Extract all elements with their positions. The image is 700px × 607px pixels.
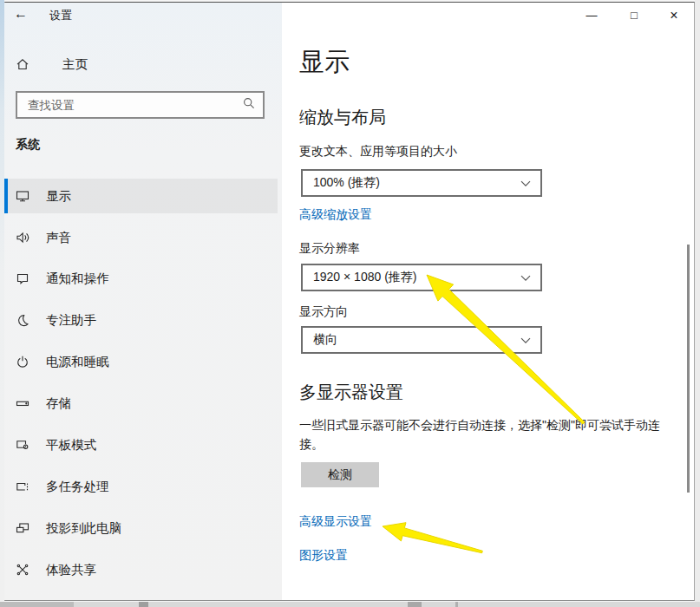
back-button[interactable]: ← [14,5,28,23]
chevron-down-icon [520,271,531,284]
scale-layout-heading: 缩放与布局 [299,106,386,129]
shared-experiences-icon [16,563,29,577]
sidebar-item-multitasking[interactable]: 多任务处理 [4,469,278,504]
sidebar-item-label: 体验共享 [46,562,96,578]
vertical-scrollbar[interactable] [687,245,690,493]
focus-assist-icon [16,313,29,327]
chevron-down-icon [520,333,531,347]
power-sleep-icon [16,355,29,369]
desktop-edge-right [695,0,700,602]
sidebar-item-shared-experiences[interactable]: 体验共享 [4,552,278,587]
advanced-scaling-link[interactable]: 高级缩放设置 [299,207,372,223]
sidebar-item-tablet-mode[interactable]: 平板模式 [4,428,278,462]
tablet-mode-icon [16,438,29,452]
resolution-dropdown-value: 1920 × 1080 (推荐) [313,270,416,285]
scale-dropdown[interactable]: 100% (推荐) [301,169,542,197]
sidebar-item-label: 平板模式 [46,437,96,454]
desktop-edge-bottom [0,602,700,607]
search-icon[interactable] [242,96,256,114]
sidebar-item-label: 显示 [46,188,71,205]
sidebar-item-label: 专注助手 [46,312,96,329]
minimize-button[interactable]: — [577,5,606,26]
close-button[interactable]: × [659,5,689,26]
sidebar-item-label: 通知和操作 [46,271,109,287]
selected-indicator [4,179,8,213]
advanced-display-link[interactable]: 高级显示设置 [299,514,372,530]
maximize-button[interactable]: □ [619,5,649,26]
sidebar-item-sound[interactable]: 声音 [4,220,278,255]
sidebar-item-label: 投影到此电脑 [46,520,121,537]
sidebar-item-storage[interactable]: 存储 [4,386,278,421]
sidebar-item-home[interactable]: 主页 [4,50,278,78]
multi-display-description: 一些旧式显示器可能不会进行自动连接，选择"检测"即可尝试手动连接。 [299,415,674,454]
sound-icon [16,231,29,245]
desktop-edge-segment [408,602,422,607]
sidebar-item-label: 电源和睡眠 [46,354,109,370]
detect-button[interactable]: 检测 [301,462,379,487]
notifications-icon [16,271,29,285]
graphics-settings-link[interactable]: 图形设置 [299,548,348,564]
sidebar-item-notifications[interactable]: 通知和操作 [4,261,278,296]
page-title: 显示 [299,45,350,80]
resolution-dropdown[interactable]: 1920 × 1080 (推荐) [301,264,542,291]
home-icon [16,57,29,71]
multitasking-icon [16,480,29,493]
orientation-dropdown[interactable]: 横向 [301,326,542,354]
scale-dropdown-value: 100% (推荐) [313,175,380,191]
search-input[interactable] [26,98,242,113]
resolution-label: 显示分辨率 [299,241,360,257]
storage-icon [16,396,29,410]
orientation-dropdown-value: 横向 [313,332,337,348]
desktop-edge-segment [139,602,148,607]
window-title: 设置 [49,8,72,23]
sidebar-item-label: 存储 [46,395,71,412]
orientation-label: 显示方向 [299,304,348,320]
sidebar-item-projecting[interactable]: 投影到此电脑 [4,511,278,545]
projecting-icon [16,521,29,535]
desktop-edge-segment [0,602,74,607]
multi-display-heading: 多显示器设置 [299,381,403,404]
sidebar-item-label: 多任务处理 [46,479,109,495]
search-box [16,91,265,119]
sidebar-item-power-sleep[interactable]: 电源和睡眠 [4,344,278,379]
sidebar-item-label: 声音 [46,230,71,246]
sidebar-item-display[interactable]: 显示 [4,179,278,213]
display-icon [16,189,29,203]
sidebar-section-system: 系统 [16,137,40,153]
sidebar-item-focus-assist[interactable]: 专注助手 [4,303,278,337]
scale-label: 更改文本、应用等项目的大小 [299,144,457,160]
chevron-down-icon [520,176,531,190]
desktop-edge-segment [455,602,458,607]
home-label: 主页 [62,56,88,73]
